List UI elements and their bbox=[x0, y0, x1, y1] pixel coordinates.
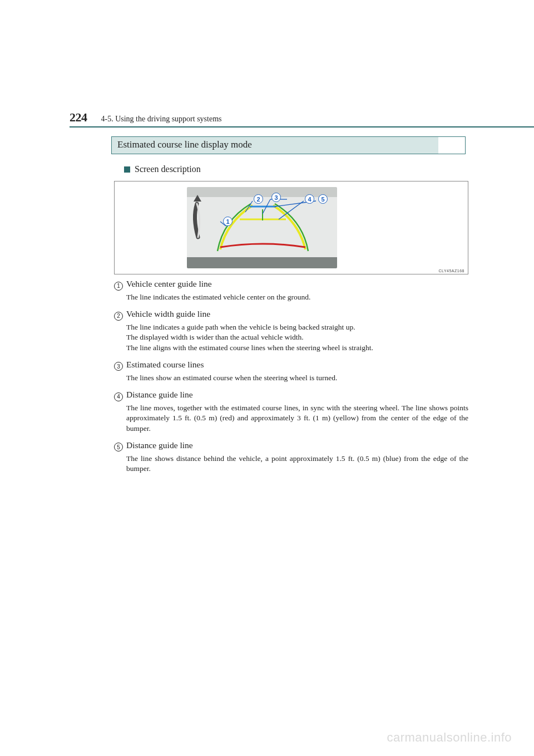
legend-description: The line shows distance behind the vehic… bbox=[126, 454, 468, 474]
page-header: 224 4-5. Using the driving support syste… bbox=[70, 110, 478, 125]
figure-callout-1: 1 bbox=[223, 217, 233, 226]
circled-number-icon: 4 bbox=[114, 392, 123, 401]
page-content: Estimated course line display mode Scree… bbox=[114, 136, 468, 478]
figure-code: CLY45AZ168 bbox=[438, 269, 464, 273]
circled-number-icon: 3 bbox=[114, 362, 123, 371]
legend-description: The lines show an estimated course when … bbox=[126, 373, 468, 383]
legend-title: Distance guide line bbox=[126, 390, 468, 400]
legend-title: Estimated course lines bbox=[126, 360, 468, 370]
circled-number-icon: 5 bbox=[114, 443, 123, 451]
legend-title: Distance guide line bbox=[126, 440, 468, 450]
watermark: carmanualsonline.info bbox=[387, 730, 512, 745]
subsection-heading: Screen description bbox=[124, 164, 468, 174]
figure-container: 1 2 3 4 5 CLY45AZ168 bbox=[114, 181, 468, 274]
subsection-label: Screen description bbox=[135, 164, 201, 174]
legend-item: 5 Distance guide line The line shows dis… bbox=[114, 440, 468, 478]
page-number: 224 bbox=[70, 110, 87, 125]
legend-description: The line indicates a guide path when the… bbox=[126, 322, 468, 353]
section-title: 4-5. Using the driving support systems bbox=[101, 115, 222, 124]
header-divider bbox=[70, 126, 534, 127]
legend-description: The line indicates the estimated vehicle… bbox=[126, 292, 468, 302]
legend-item: 2 Vehicle width guide line The line indi… bbox=[114, 309, 468, 357]
figure-callout-2: 2 bbox=[254, 194, 263, 204]
manual-page: 224 4-5. Using the driving support syste… bbox=[0, 0, 534, 756]
mode-title-spacer bbox=[438, 137, 465, 154]
figure-callout-4: 4 bbox=[305, 194, 314, 204]
mode-title-bar: Estimated course line display mode bbox=[111, 136, 466, 154]
legend-item: 4 Distance guide line The line moves, to… bbox=[114, 390, 468, 438]
legend-title: Vehicle width guide line bbox=[126, 309, 468, 319]
legend-description: The line moves, together with the estima… bbox=[126, 403, 468, 434]
figure-callout-5: 5 bbox=[318, 194, 328, 204]
figure-callout-3: 3 bbox=[271, 193, 281, 202]
circled-number-icon: 1 bbox=[114, 282, 123, 291]
svg-marker-0 bbox=[194, 195, 201, 202]
circled-number-icon: 2 bbox=[114, 312, 123, 321]
legend-item: 1 Vehicle center guide line The line ind… bbox=[114, 279, 468, 307]
square-bullet-icon bbox=[124, 166, 130, 173]
legend-item: 3 Estimated course lines The lines show … bbox=[114, 360, 468, 387]
legend-title: Vehicle center guide line bbox=[126, 279, 468, 289]
mode-title: Estimated course line display mode bbox=[112, 137, 438, 154]
